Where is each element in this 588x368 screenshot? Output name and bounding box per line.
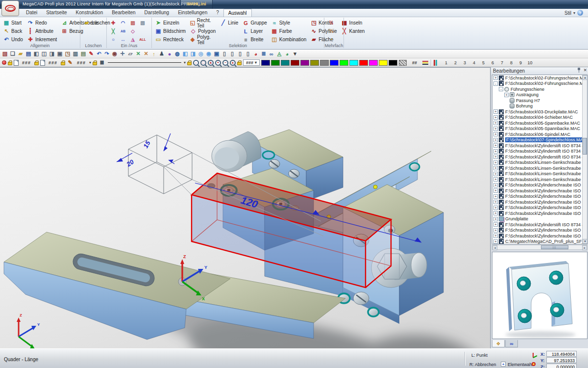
color-swatch-1[interactable] bbox=[261, 60, 270, 66]
box-3d-blue-icon[interactable]: ◨ bbox=[189, 50, 197, 57]
select-kombination[interactable]: ◫Kombination bbox=[270, 35, 308, 44]
toggle-points[interactable]: ✚ bbox=[108, 19, 118, 27]
pen-field[interactable]: ### bbox=[75, 60, 88, 65]
arrow-up-icon[interactable]: ↑ bbox=[150, 50, 158, 57]
width-caret-icon[interactable]: ▾ bbox=[184, 60, 186, 65]
cylinder-icon-4[interactable]: ▯ bbox=[244, 50, 252, 57]
torus-icon[interactable]: ◎ bbox=[197, 50, 205, 57]
tree-horizontal-scrollbar[interactable]: ◂ ||| ▸ bbox=[492, 245, 588, 250]
menu-tab-startseite[interactable]: Startseite bbox=[42, 9, 71, 17]
expand-icon[interactable]: + bbox=[493, 166, 498, 170]
color-swatch-11[interactable] bbox=[359, 60, 368, 66]
search-icon[interactable]: ◉ bbox=[111, 50, 119, 57]
toggle-dimensions[interactable]: ↔ bbox=[118, 35, 128, 44]
page-number-10[interactable]: 10 bbox=[526, 60, 534, 65]
tree-item-f-schraubstock-03-druckplatte-mac[interactable]: +F:\Schraubstock\03-Druckplatte.MAC bbox=[492, 109, 587, 115]
mehrfach-pot[interactable]: ◔ bbox=[326, 35, 337, 43]
expand-icon[interactable]: + bbox=[504, 93, 509, 97]
red-pen-icon[interactable]: ✎ bbox=[87, 50, 95, 57]
start-button[interactable]: ▦Start bbox=[1, 19, 24, 27]
tree-item-f-schraubstock-zylinderschraube-iso-4762[interactable]: +F:\Schraubstock\Zylinderschraube ISO 47… bbox=[492, 210, 587, 216]
page-number-8[interactable]: 8 bbox=[507, 60, 515, 65]
scroll-left-icon[interactable]: ◂ bbox=[492, 245, 497, 250]
sheet-icon[interactable]: ▱ bbox=[126, 50, 134, 57]
layer-field[interactable]: ### bbox=[47, 60, 59, 65]
tree-item-f-schraubstock-07-spindelschloss-mac[interactable]: +F:\Schraubstock\07-Spindelschloss.MAC bbox=[492, 137, 587, 143]
toolbar-options-icon[interactable]: ▾ bbox=[291, 50, 299, 57]
menu-tab-auswahl[interactable]: Auswahl bbox=[223, 9, 252, 17]
cylinder-icon-2[interactable]: ▯ bbox=[228, 50, 236, 57]
close-icon[interactable]: ✕ bbox=[583, 68, 587, 73]
snap-point-icon[interactable] bbox=[2, 60, 6, 65]
expand-icon[interactable]: + bbox=[493, 127, 498, 131]
print-preview-icon[interactable]: ◫ bbox=[40, 50, 48, 57]
expand-icon[interactable]: + bbox=[493, 149, 498, 154]
compare-icon[interactable]: ◬ bbox=[275, 50, 283, 57]
scroll-right-icon[interactable]: ▸ bbox=[582, 245, 587, 250]
zoom-in[interactable]: + bbox=[215, 60, 221, 66]
cylinder-icon-3[interactable]: ▯ bbox=[236, 50, 244, 57]
line-width-icon[interactable]: ≣ bbox=[98, 59, 105, 66]
expand-icon[interactable]: + bbox=[493, 188, 498, 193]
tree-item-f-schraubstock-zylinderstift-iso-8734-4x[interactable]: +F:\Schraubstock\Zylinderstift ISO 8734 … bbox=[492, 149, 587, 155]
hscroll-thumb[interactable]: ||| bbox=[541, 245, 568, 249]
sheet-icon-2[interactable] bbox=[40, 60, 45, 66]
pen-style-icon[interactable]: ✎ bbox=[67, 59, 74, 66]
box-3d-icon[interactable]: ◧ bbox=[181, 50, 189, 57]
lock-icon-1[interactable] bbox=[8, 62, 12, 65]
expand-icon[interactable]: + bbox=[493, 132, 498, 136]
color-swatch-10[interactable] bbox=[349, 60, 358, 66]
toggle-all[interactable]: ALL bbox=[138, 35, 147, 44]
page-number-3[interactable]: 3 bbox=[461, 60, 469, 65]
monitor-icon[interactable]: ▣ bbox=[213, 50, 220, 57]
tree-item-f-schraubstock-zylinderschraube-iso-4762[interactable]: +F:\Schraubstock\Zylinderschraube ISO 47… bbox=[492, 205, 587, 211]
zoom-out[interactable]: − bbox=[222, 60, 228, 66]
select-style[interactable]: ≈Style bbox=[270, 19, 308, 27]
expand-icon[interactable]: + bbox=[493, 239, 498, 244]
copy-icon[interactable]: ▥ bbox=[72, 50, 79, 57]
page-number-6[interactable]: 6 bbox=[489, 60, 497, 65]
menu-tab-[interactable]: ? bbox=[212, 9, 223, 17]
disc-icon[interactable]: ◉ bbox=[205, 50, 213, 57]
import-icon[interactable]: ◧ bbox=[32, 50, 40, 57]
select-rechteck[interactable]: ▭Rechteck bbox=[153, 35, 187, 44]
expand-icon[interactable]: + bbox=[493, 200, 498, 204]
scroll-thumb[interactable] bbox=[583, 138, 587, 155]
toggle-lines[interactable]: ╳ bbox=[108, 27, 118, 35]
tree-item-f-schraubstock-04-schieber-mac[interactable]: +F:\Schraubstock\04-Schieber.MAC bbox=[492, 115, 587, 121]
tree-item-c-megatech-megacad-profi-plus-sf-2009-ma[interactable]: +C:\Megatech\MegaCAD_Profi_plus_SF_2009\… bbox=[492, 239, 587, 245]
sphere-icon[interactable]: ● bbox=[166, 50, 173, 57]
lock-icon-4[interactable] bbox=[93, 62, 97, 65]
tree-item-austragung[interactable]: +Austragung bbox=[492, 92, 587, 98]
inkrement-button[interactable]: ✚Inkrement bbox=[25, 35, 58, 44]
person-icon[interactable]: ♟ bbox=[158, 50, 166, 57]
expand-icon[interactable]: + bbox=[493, 211, 498, 215]
tree-vertical-scrollbar[interactable]: ▲ ▼ bbox=[582, 75, 587, 244]
snap-target-icon[interactable] bbox=[532, 362, 536, 366]
ipsl-globe-icon[interactable]: ◕ bbox=[252, 50, 260, 57]
tree-item-f-schraubstock-linsen-senkschraube-iso-2[interactable]: +F:\Schraubstock\Linsen-Senkschraube ISO… bbox=[492, 165, 587, 171]
preview-tab-part[interactable]: ❖ bbox=[492, 340, 505, 347]
expand-icon[interactable]: + bbox=[493, 228, 498, 233]
save-icon[interactable]: ▤ bbox=[24, 50, 32, 57]
redo-button[interactable]: ↷Redo bbox=[25, 19, 58, 27]
tree-item-f-schraubstock-02-f-hrungsschiene-mac[interactable]: +F:\Schraubstock\02-Führungsschiene.MAC bbox=[492, 75, 587, 81]
scroll-up-icon[interactable]: ▲ bbox=[583, 75, 588, 80]
attribute-button[interactable]: ┇Attribute bbox=[25, 27, 58, 35]
tree-item-f-schraubstock-zylinderschraube-iso-4762[interactable]: +F:\Schraubstock\Zylinderschraube ISO 47… bbox=[492, 199, 587, 205]
new-file-icon[interactable]: ❏ bbox=[9, 50, 17, 57]
part-preview[interactable] bbox=[492, 252, 588, 339]
doc-pair-icon[interactable]: ▣ bbox=[56, 50, 64, 57]
drawing-viewport[interactable]: 120 15 20 Z Y X Z Y X bbox=[0, 67, 490, 348]
tree-item-f-schraubstock-05-spannbacke-mac[interactable]: +F:\Schraubstock\05-Spannbacke.MAC bbox=[492, 120, 587, 126]
tree-item-f-schraubstock-zylinderschraube-iso-4762[interactable]: +F:\Schraubstock\Zylinderschraube ISO 47… bbox=[492, 188, 587, 194]
tree-item-grundplatte[interactable]: +Grundplatte bbox=[492, 216, 587, 222]
expand-icon[interactable]: + bbox=[493, 217, 498, 221]
tree-item-f-schraubstock-zylinderstift-iso-8734-4x[interactable]: +F:\Schraubstock\Zylinderstift ISO 8734 … bbox=[492, 143, 587, 149]
menu-tab-darstellung[interactable]: Darstellung bbox=[140, 9, 174, 17]
toggle-circles[interactable]: ○ bbox=[108, 35, 118, 44]
lock-icon-6[interactable] bbox=[237, 62, 242, 65]
collapse-icon[interactable]: - bbox=[493, 81, 498, 86]
toggle-text[interactable]: AB bbox=[118, 27, 128, 35]
lock-icon-5[interactable] bbox=[187, 62, 192, 65]
